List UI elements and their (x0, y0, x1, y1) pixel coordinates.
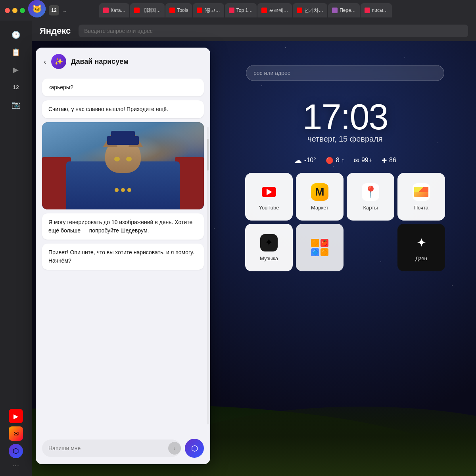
dzen-star-icon: ✦ (416, 236, 426, 250)
avatar-inner: 🐱 (28, 0, 46, 17)
weather-cloud-icon: ☁ (294, 155, 302, 165)
message-1: карьеры? (42, 79, 204, 96)
tab-label: Top 1… (236, 8, 253, 13)
tab-icon-pe (332, 8, 338, 13)
close-button[interactable] (5, 8, 10, 13)
tab-list-chevron[interactable]: ⌄ (62, 7, 67, 13)
ql-mini-grid: 🔶 🍎 🔷 🔶 (311, 239, 328, 256)
mini-icon-4: 🔶 (321, 248, 329, 257)
ql-mail-icon (413, 183, 430, 201)
message-3: Я могу генерировать до 10 изображений в … (42, 213, 204, 240)
tab-label: Ката… (111, 8, 125, 13)
tab-icon-yt (197, 8, 202, 13)
tab-label: Tools (177, 8, 188, 13)
chat-back-button[interactable]: ‹ (44, 57, 46, 66)
sidebar-more-icon[interactable]: ··· (12, 461, 19, 470)
news-icon: 🔴 (326, 157, 334, 164)
weather-bar: ☁ -10° 🔴 8 ↑ ✉ 99+ ✚ 86 (294, 155, 396, 165)
mini-icon-1: 🔶 (311, 239, 319, 247)
message-text-4: Привет! Опишите, что вы хотите нарисоват… (48, 249, 194, 264)
sidebar-history-icon[interactable]: 🕐 (8, 27, 24, 43)
sidebar-youtube-icon[interactable]: ▶ (9, 409, 23, 423)
traffic-lights (5, 8, 25, 13)
alice-icon: ⬡ (191, 443, 198, 453)
ql-mail[interactable]: Почта (397, 173, 445, 221)
sidebar-notes-icon[interactable]: 📋 (8, 44, 24, 60)
tab-label: 포르쉐… (269, 7, 288, 14)
mail-icon: ✉ (354, 157, 359, 164)
message-text-1: карьеры? (48, 84, 73, 90)
plus-count: 86 (389, 157, 396, 164)
tab-junggo[interactable]: [중고… (193, 3, 224, 17)
newtab-search-bar[interactable]: рос или адрес (246, 65, 444, 81)
plus-item[interactable]: ✚ 86 (382, 157, 396, 164)
tab-label: Пере… (340, 8, 356, 13)
news-count: 8 ↑ (336, 157, 344, 164)
sidebar-video-icon[interactable]: ▶ (8, 62, 24, 78)
chat-alice-button[interactable]: ⬡ (185, 439, 204, 458)
mail-item[interactable]: ✉ 99+ (354, 157, 372, 164)
weather-item: ☁ -10° (294, 155, 316, 165)
news-item[interactable]: 🔴 8 ↑ (326, 157, 344, 164)
market-m-icon: М (315, 186, 324, 198)
tab-electric[interactable]: 전기차… (293, 3, 327, 17)
ql-maps[interactable]: 📍 Карты (347, 173, 394, 221)
sidebar-tab-count-icon[interactable]: 12 (8, 79, 24, 95)
chat-input[interactable] (42, 440, 181, 457)
plus-icon: ✚ (382, 157, 387, 164)
tab-porsche[interactable]: 포르쉐… (257, 3, 292, 17)
chat-input-area: › ⬡ (36, 434, 210, 464)
youtube-shape (262, 187, 276, 197)
chat-header: ‹ ✨ Давай нарисуем (36, 48, 210, 75)
chat-scroll-thumb (207, 139, 209, 171)
tab-icon-yt (261, 8, 267, 13)
ql-mail-label: Почта (414, 205, 428, 211)
sidebar-mail-icon[interactable]: ✉ (9, 426, 23, 441)
ql-dzen[interactable]: ✦ Дзен (397, 224, 445, 271)
addressbar: Яндекс (32, 21, 476, 41)
ql-dzen-label: Дзен (415, 255, 427, 261)
mail-count: 99+ (361, 157, 372, 164)
address-input[interactable] (79, 25, 468, 37)
titlebar: 🐱 12 ⌄ Ката… 【韓国… Tools [중고… Top 1… 포르쉐… (0, 0, 476, 21)
ql-market[interactable]: М Маркет (296, 173, 344, 221)
cat-image (42, 122, 204, 209)
ql-youtube[interactable]: YouTube (245, 173, 293, 221)
tab-tools[interactable]: Tools (165, 3, 192, 17)
maximize-button[interactable] (20, 8, 25, 13)
tab-top[interactable]: Top 1… (225, 3, 257, 17)
newtab-page: рос или адрес 17:03 четверг, 15 февраля … (214, 41, 476, 476)
ql-mini[interactable]: 🔶 🍎 🔷 🔶 (296, 224, 344, 271)
chat-scroll-indicator (207, 127, 209, 424)
ql-maps-label: Карты (363, 205, 378, 211)
newtab-search-text: рос или адрес (253, 70, 290, 76)
sidebar-alice-icon[interactable]: ⬡ (9, 444, 23, 458)
maps-pin-icon: 📍 (364, 185, 378, 198)
message-2: Считаю, у нас славно вышло! Приходите ещ… (42, 100, 204, 118)
titlebar-left: 🐱 12 ⌄ (0, 0, 99, 21)
message-4: Привет! Опишите, что вы хотите нарисоват… (42, 244, 204, 270)
tab-pere[interactable]: Пере… (328, 3, 360, 17)
tab-icon-ya (365, 8, 370, 13)
ql-youtube-icon (260, 183, 278, 201)
minimize-button[interactable] (12, 8, 17, 13)
tab-kata[interactable]: Ката… (99, 3, 129, 17)
chat-send-button[interactable]: › (168, 442, 181, 455)
chat-bot-avatar: ✨ (51, 54, 66, 69)
sidebar-bottom: ▶ ✉ ⬡ ··· (9, 409, 23, 470)
ql-market-icon: М (311, 183, 328, 201)
tab-count-badge[interactable]: 12 (49, 5, 59, 15)
ql-music[interactable]: ✦ Музыка (245, 224, 293, 271)
tab-label: 【韓国… (142, 7, 161, 14)
tab-label: [중고… (204, 7, 220, 14)
mini-icon-3: 🔷 (311, 248, 319, 257)
tab-icon-yt (134, 8, 140, 13)
quicklinks-grid: YouTube М Маркет 📍 Карты Почта (245, 173, 445, 271)
message-text-3: Я могу генерировать до 10 изображений в … (48, 219, 192, 234)
sidebar-screenshot-icon[interactable]: 📷 (8, 97, 24, 113)
tab-korean[interactable]: 【韓国… (130, 3, 165, 17)
music-note-icon: ✦ (265, 236, 273, 249)
ql-music-icon: ✦ (260, 234, 278, 251)
tab-pisy[interactable]: писы… (361, 3, 392, 17)
ql-empty (347, 224, 394, 271)
